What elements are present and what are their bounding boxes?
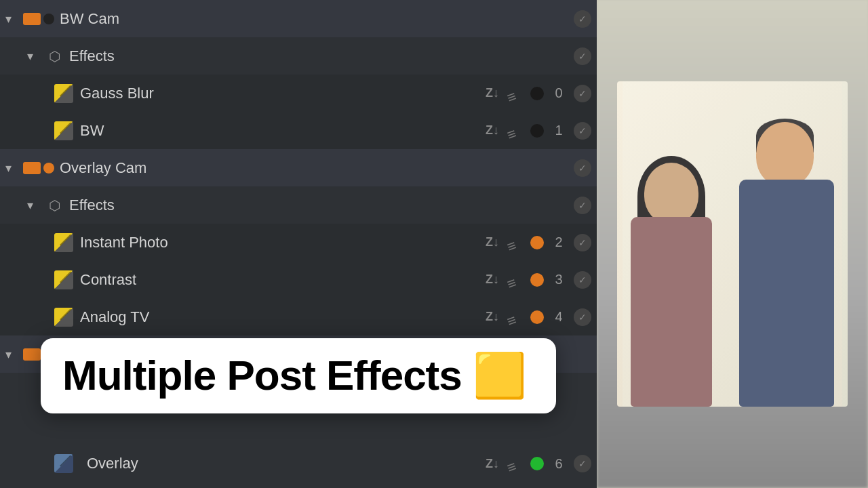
- chevron-icon[interactable]: ▾: [5, 12, 20, 26]
- z-key-icon: Z↓: [486, 123, 499, 138]
- right-panel: [597, 0, 868, 488]
- layer-row-instant-photo[interactable]: Instant Photo Z↓ 2 ✓: [0, 224, 597, 261]
- layer-row-overlay-effects[interactable]: ▾ ⬡ Effects ✓: [0, 186, 597, 224]
- row-controls: Z↓ 4 ✓: [486, 308, 591, 326]
- layer-row-bw-effects[interactable]: ▾ ⬡ Effects ✓: [0, 37, 597, 75]
- checkbox[interactable]: ✓: [574, 308, 591, 326]
- row-label-overlay-effects: Effects: [69, 197, 574, 214]
- layer-row-bw[interactable]: BW Z↓ 1 ✓: [0, 112, 597, 149]
- camera-icon: [23, 13, 54, 25]
- camera-icon: [23, 162, 54, 174]
- layer-row-analog-tv[interactable]: Analog TV Z↓ 4 ✓: [0, 298, 597, 336]
- layer-row-overlay-cam[interactable]: ▾ Overlay Cam ✓: [0, 149, 597, 186]
- row-label-overlay: Overlay: [87, 455, 479, 472]
- effect-icon: [54, 121, 73, 140]
- checkbox[interactable]: ✓: [574, 47, 591, 65]
- color-dot: [530, 273, 544, 287]
- checkbox[interactable]: ✓: [574, 159, 591, 177]
- checkbox[interactable]: ✓: [574, 234, 591, 251]
- row-controls: ✓: [574, 47, 591, 65]
- checkbox[interactable]: ✓: [574, 197, 591, 214]
- effect-icon: [54, 270, 73, 289]
- chevron-icon[interactable]: ▾: [27, 198, 42, 213]
- row-label-bw-cam: BW Cam: [60, 10, 574, 28]
- stripe-icon: [507, 87, 522, 100]
- chevron-icon[interactable]: ▾: [5, 347, 20, 362]
- row-controls: Z↓ 2 ✓: [486, 234, 591, 251]
- stripe-icon: [507, 311, 522, 323]
- layer-row-bw-cam[interactable]: ▾ BW Cam ✓: [0, 0, 597, 37]
- color-dot: [530, 124, 544, 138]
- camera-icon: [23, 348, 41, 361]
- row-label-overlay-cam: Overlay Cam: [60, 159, 574, 177]
- layer-row-contrast[interactable]: Contrast Z↓ 3 ✓: [0, 261, 597, 298]
- banner: Multiple Post Effects 🟨: [41, 338, 556, 413]
- row-controls: ✓: [574, 159, 591, 177]
- checkbox[interactable]: ✓: [574, 271, 591, 289]
- row-label-instant-photo: Instant Photo: [80, 234, 486, 251]
- z-key-icon: Z↓: [486, 457, 499, 471]
- body-man: [739, 180, 834, 407]
- color-dot: [530, 310, 544, 324]
- bottom-row-overlay[interactable]: Overlay Z↓ 6 ✓: [0, 439, 597, 488]
- effect-icon: [54, 308, 73, 327]
- checkbox[interactable]: ✓: [574, 455, 591, 472]
- z-key-icon: Z↓: [486, 310, 499, 324]
- figure-woman: [624, 136, 732, 407]
- chevron-icon[interactable]: ▾: [27, 49, 42, 64]
- z-key-icon: Z↓: [486, 86, 499, 100]
- checkbox[interactable]: ✓: [574, 122, 591, 140]
- body-woman: [631, 217, 712, 407]
- row-controls: Z↓ 1 ✓: [486, 122, 591, 140]
- row-label-bw-effects: Effects: [69, 47, 574, 65]
- row-controls: Z↓ 0 ✓: [486, 85, 591, 102]
- row-label-bw: BW: [80, 122, 486, 140]
- row-number: 4: [552, 309, 566, 325]
- row-label-gauss-blur: Gauss Blur: [80, 85, 486, 102]
- row-number: 3: [552, 272, 566, 287]
- effects-icon: ⬡: [45, 196, 64, 215]
- z-key-icon: Z↓: [486, 272, 499, 287]
- effect-icon: [54, 233, 73, 252]
- row-controls: Z↓ 3 ✓: [486, 271, 591, 289]
- stripe-icon: [507, 458, 522, 470]
- row-number: 6: [552, 456, 566, 472]
- row-number: 1: [552, 123, 566, 138]
- stripe-icon: [507, 274, 522, 286]
- row-number: 0: [552, 85, 566, 101]
- stripe-icon: [507, 237, 522, 249]
- checkbox[interactable]: ✓: [574, 10, 591, 28]
- checkbox[interactable]: ✓: [574, 85, 591, 102]
- row-controls: ✓: [574, 197, 591, 214]
- row-number: 2: [552, 235, 566, 250]
- row-controls: Z↓ 6 ✓: [486, 455, 591, 472]
- row-controls: ✓: [574, 10, 591, 28]
- overlay-icon: [54, 454, 73, 473]
- figure-man: [739, 108, 841, 407]
- effects-icon: ⬡: [45, 47, 64, 66]
- color-dot: [530, 236, 544, 249]
- head-man: [756, 122, 814, 186]
- left-panel: ▾ BW Cam ✓ ▾ ⬡ Effects ✓ Gauss Blur Z↓ 0…: [0, 0, 597, 488]
- row-label-analog-tv: Analog TV: [80, 308, 486, 326]
- banner-emoji: 🟨: [473, 350, 527, 401]
- stripe-icon: [507, 125, 522, 137]
- color-dot: [530, 457, 544, 470]
- photo-preview: [617, 81, 848, 407]
- banner-text: Multiple Post Effects: [62, 352, 462, 399]
- chevron-icon[interactable]: ▾: [5, 161, 20, 176]
- row-label-contrast: Contrast: [80, 271, 486, 289]
- effect-icon: [54, 84, 73, 103]
- color-dot: [530, 87, 544, 100]
- z-key-icon: Z↓: [486, 235, 499, 249]
- layer-row-gauss-blur[interactable]: Gauss Blur Z↓ 0 ✓: [0, 75, 597, 112]
- head-woman: [644, 163, 698, 224]
